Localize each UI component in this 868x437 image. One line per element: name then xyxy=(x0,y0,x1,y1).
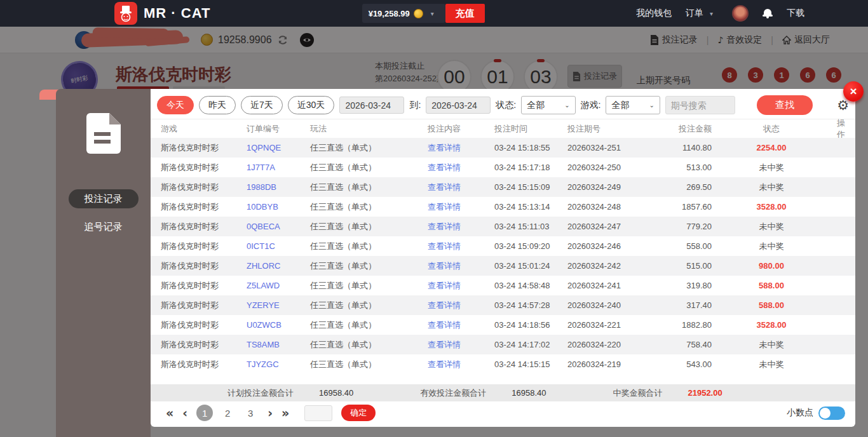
quick-filter-3[interactable]: 近30天 xyxy=(288,96,335,114)
cell-order-link[interactable]: Z5LAWD xyxy=(247,281,310,290)
game-label: 游戏: xyxy=(581,100,601,111)
sidebar-item-bet-record[interactable]: 投注记录 xyxy=(69,189,139,208)
balance-pill[interactable]: ¥19,258.99 ▾ xyxy=(362,4,445,23)
col-op: 操作 xyxy=(831,118,845,140)
view-detail-link[interactable]: 查看详情 xyxy=(428,300,494,311)
date-to-input[interactable] xyxy=(426,97,491,114)
view-detail-link[interactable]: 查看详情 xyxy=(428,182,494,193)
view-detail-link[interactable]: 查看详情 xyxy=(428,260,494,272)
last-page-icon[interactable]: » xyxy=(281,406,289,420)
cell-period: 20260324-242 xyxy=(567,261,651,271)
page-jump-input[interactable] xyxy=(304,405,332,421)
col-order: 订单编号 xyxy=(247,123,310,135)
bet-record-modal: × 今天昨天近7天近30天 到: 状态: 全部⌄ 游戏: 全部⌄ 查找 ⚙ 游戏… xyxy=(151,89,855,427)
cell-period: 20260324-219 xyxy=(567,360,651,369)
table-row: 斯洛伐克时时彩 1988DB 任三直选（单式） 查看详情 03-24 15:15… xyxy=(151,177,855,197)
chevron-down-icon: ⌄ xyxy=(564,102,569,109)
prev-page-icon[interactable]: ‹ xyxy=(182,406,187,420)
view-detail-link[interactable]: 查看详情 xyxy=(428,241,494,252)
sidebar-item-chase-record[interactable]: 追号记录 xyxy=(69,217,139,236)
table-row: 斯洛伐克时时彩 ZHLORC 任三直选（单式） 查看详情 03-24 15:01… xyxy=(151,256,855,276)
cell-order-link[interactable]: 0QBECA xyxy=(247,222,310,231)
cell-order-link[interactable]: 1988DB xyxy=(247,182,310,192)
cell-order-link[interactable]: 1QPNQE xyxy=(247,143,310,152)
chevron-down-icon[interactable]: ▾ xyxy=(431,10,434,17)
view-detail-link[interactable]: 查看详情 xyxy=(428,359,494,370)
view-detail-link[interactable]: 查看详情 xyxy=(428,221,494,232)
view-detail-link[interactable]: 查看详情 xyxy=(428,142,494,154)
cell-play: 任三直选（单式） xyxy=(310,182,428,193)
period-search-input[interactable] xyxy=(665,96,735,114)
view-detail-link[interactable]: 查看详情 xyxy=(428,280,494,292)
cell-amount: 1882.80 xyxy=(651,320,712,330)
page-number-3[interactable]: 3 xyxy=(242,405,259,421)
chevron-down-icon: ▾ xyxy=(710,10,713,17)
wallet-link[interactable]: 我的钱包 xyxy=(636,8,672,19)
cell-period: 20260324-240 xyxy=(567,300,651,310)
table-row: 斯洛伐克时时彩 0QBECA 任三直选（单式） 查看详情 03-24 15:11… xyxy=(151,217,855,236)
cell-order-link[interactable]: ZHLORC xyxy=(247,261,310,271)
cell-period: 20260324-241 xyxy=(567,281,651,290)
date-from-input[interactable] xyxy=(339,97,404,114)
view-detail-link[interactable]: 查看详情 xyxy=(428,162,494,173)
table-row: 斯洛伐克时时彩 Z5LAWD 任三直选（单式） 查看详情 03-24 14:58… xyxy=(151,276,855,295)
quick-filter-1[interactable]: 昨天 xyxy=(199,96,236,114)
col-status: 状态 xyxy=(712,123,831,135)
confirm-page-button[interactable]: 确定 xyxy=(341,405,376,421)
cell-game: 斯洛伐克时时彩 xyxy=(161,241,247,252)
col-game: 游戏 xyxy=(161,123,247,135)
cell-game: 斯洛伐克时时彩 xyxy=(161,142,247,154)
cell-order-link[interactable]: YZERYE xyxy=(247,300,310,310)
cell-game: 斯洛伐克时时彩 xyxy=(161,359,247,370)
page: MR · CAT ¥19,258.99 ▾ 充值 我的钱包 订单 ▾ 下载 19… xyxy=(0,0,868,437)
cell-game: 斯洛伐克时时彩 xyxy=(161,221,247,232)
cell-period: 20260324-250 xyxy=(567,163,651,172)
table-row: 斯洛伐克时时彩 U0ZWCB 任三直选（单式） 查看详情 03-24 14:18… xyxy=(151,315,855,335)
cell-period: 20260324-220 xyxy=(567,340,651,349)
page-number-1[interactable]: 1 xyxy=(196,405,213,421)
pagination: « ‹ 123 › » 确定 小数点 xyxy=(151,401,855,427)
view-detail-link[interactable]: 查看详情 xyxy=(428,319,494,331)
game-select[interactable]: 全部⌄ xyxy=(606,96,660,114)
page-number-2[interactable]: 2 xyxy=(219,405,236,421)
cell-amount: 317.40 xyxy=(651,300,712,310)
view-detail-link[interactable]: 查看详情 xyxy=(428,339,494,351)
next-page-icon[interactable]: › xyxy=(268,406,273,420)
cell-status: 未中奖 xyxy=(712,339,831,351)
cell-order-link[interactable]: TS8AMB xyxy=(247,340,310,349)
win-total-label: 中奖金额合计 xyxy=(613,387,662,399)
bell-icon[interactable] xyxy=(763,8,773,18)
cell-order-link[interactable]: 10DBYB xyxy=(247,202,310,212)
avatar[interactable] xyxy=(732,5,749,22)
cell-time: 03-24 14:58:48 xyxy=(494,281,567,290)
download-link[interactable]: 下载 xyxy=(787,8,804,19)
balance-amount: ¥19,258.99 xyxy=(369,9,410,18)
cell-status: 588.00 xyxy=(712,281,831,290)
view-detail-link[interactable]: 查看详情 xyxy=(428,201,494,213)
status-select[interactable]: 全部⌄ xyxy=(521,96,575,114)
cell-order-link[interactable]: U0ZWCB xyxy=(247,320,310,330)
cell-status: 980.00 xyxy=(712,261,831,271)
valid-total-value: 16958.40 xyxy=(512,388,546,398)
cell-game: 斯洛伐克时时彩 xyxy=(161,300,247,311)
cell-amount: 319.80 xyxy=(651,281,712,290)
cell-status: 未中奖 xyxy=(712,221,831,232)
recharge-button[interactable]: 充值 xyxy=(445,4,485,23)
table-row: 斯洛伐克时时彩 10DBYB 任三直选（单式） 查看详情 03-24 15:13… xyxy=(151,197,855,217)
table-body: 斯洛伐克时时彩 1QPNQE 任三直选（单式） 查看详情 03-24 15:18… xyxy=(151,138,855,374)
decimal-toggle[interactable] xyxy=(818,407,845,420)
close-icon[interactable]: × xyxy=(843,81,864,102)
cell-time: 03-24 15:13:14 xyxy=(494,202,567,212)
orders-link[interactable]: 订单 ▾ xyxy=(686,8,718,19)
quick-filter-2[interactable]: 近7天 xyxy=(241,96,283,114)
mrcat-logo-icon[interactable] xyxy=(114,2,137,25)
page-numbers: 123 xyxy=(196,405,259,421)
find-button[interactable]: 查找 xyxy=(757,95,813,115)
cell-time: 03-24 15:15:09 xyxy=(494,182,567,192)
quick-filter-0[interactable]: 今天 xyxy=(157,96,194,114)
modal-sidebar: 投注记录 追号记录 xyxy=(56,89,151,437)
cell-order-link[interactable]: TJYZGC xyxy=(247,360,310,369)
cell-order-link[interactable]: 0ICT1C xyxy=(247,241,310,251)
cell-order-link[interactable]: 1J7T7A xyxy=(247,163,310,172)
first-page-icon[interactable]: « xyxy=(166,406,173,420)
